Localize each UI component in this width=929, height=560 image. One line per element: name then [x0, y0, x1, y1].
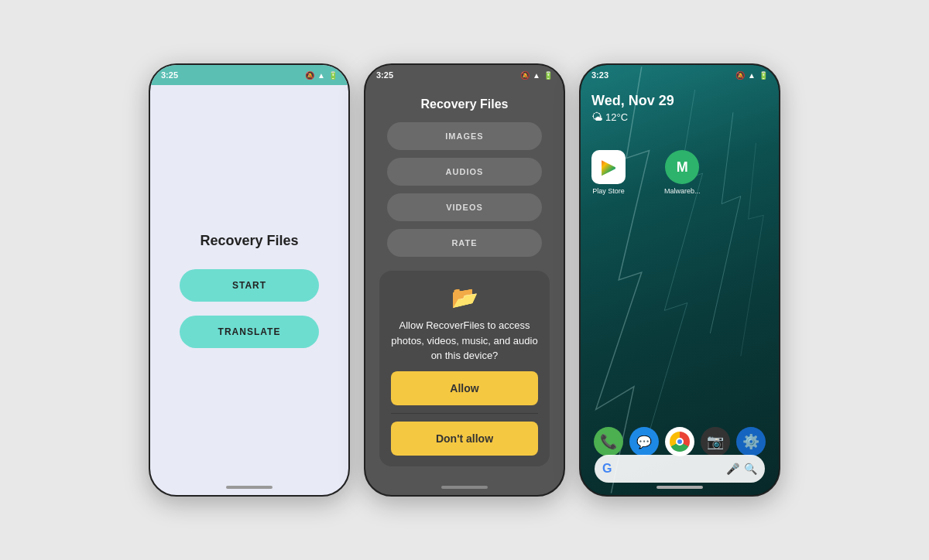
translate-button[interactable]: TRANSLATE — [180, 316, 319, 348]
lens-icon: 🔍 — [744, 463, 757, 475]
phone-1-title: Recovery Files — [200, 233, 298, 249]
mic-icon: 🎤 — [726, 463, 739, 475]
date-text: Wed, Nov 29 — [591, 93, 674, 109]
folder-icon: 📂 — [451, 285, 478, 310]
dont-allow-button[interactable]: Don't allow — [391, 422, 538, 456]
bottom-bar-1 — [226, 486, 273, 489]
bottom-bar-2 — [441, 486, 488, 489]
start-button[interactable]: START — [180, 269, 319, 302]
phone-2-body: Recovery Files IMAGES AUDIOS VIDEOS RATE… — [365, 85, 564, 495]
bottom-bar-3 — [656, 486, 703, 489]
dialog-divider — [391, 413, 538, 414]
malwarebytes-label: Malwareb... — [664, 187, 701, 195]
chrome-dock-icon[interactable] — [665, 427, 694, 456]
phone-3: 3:23 🔕 ▲ 🔋 Wed, Nov 29 🌤 12°C ▶ Play Sto… — [579, 63, 780, 497]
phone-1-body: Recovery Files START TRANSLATE — [150, 85, 348, 495]
status-icons-1: 🔕 ▲ 🔋 — [305, 71, 338, 80]
phone-dock-icon[interactable]: 📞 — [594, 427, 623, 456]
permission-dialog: 📂 Allow RecoverFiles to access photos, v… — [379, 271, 550, 466]
audios-button[interactable]: AUDIOS — [387, 158, 542, 186]
silent-icon-2: 🔕 — [520, 71, 530, 80]
phone-1-screen: 3:25 🔕 ▲ 🔋 Recovery Files START TRANSLAT… — [150, 65, 348, 495]
messages-dock-icon[interactable]: 💬 — [629, 427, 659, 456]
battery-icon-1: 🔋 — [328, 71, 338, 80]
google-search-bar[interactable]: G 🎤 🔍 — [595, 455, 765, 483]
wifi-icon-3: ▲ — [748, 71, 756, 80]
chrome-center — [676, 438, 684, 446]
dialog-message: Allow RecoverFiles to access photos, vid… — [390, 318, 539, 364]
rate-button[interactable]: RATE — [387, 229, 542, 257]
google-logo: G — [602, 462, 612, 476]
temperature-display: 🌤 12°C — [591, 111, 674, 123]
battery-icon-2: 🔋 — [543, 71, 553, 80]
malwarebytes-app[interactable]: M Malwareb... — [664, 150, 701, 195]
silent-icon-1: 🔕 — [305, 71, 314, 80]
app-icons-row: ▶ Play Store M Malwareb... — [591, 150, 701, 195]
status-bar-2: 3:25 🔕 ▲ 🔋 — [365, 65, 564, 85]
time-3: 3:23 — [591, 70, 608, 80]
time-2: 3:25 — [376, 70, 393, 80]
phone-2-screen: 3:25 🔕 ▲ 🔋 Recovery Files IMAGES AUDIOS … — [365, 65, 564, 495]
play-store-icon: ▶ — [591, 150, 626, 184]
wifi-icon-1: ▲ — [317, 71, 325, 80]
play-store-label: Play Store — [592, 187, 625, 195]
status-icons-2: 🔕 ▲ 🔋 — [520, 71, 553, 80]
battery-icon-3: 🔋 — [759, 71, 768, 80]
camera-dock-icon[interactable]: 📷 — [701, 427, 730, 456]
images-button[interactable]: IMAGES — [387, 122, 542, 150]
wifi-icon-2: ▲ — [533, 71, 540, 80]
status-icons-3: 🔕 ▲ 🔋 — [735, 71, 768, 80]
malwarebytes-icon: M — [665, 150, 699, 184]
settings-dock-icon[interactable]: ⚙️ — [736, 427, 766, 456]
date-display: Wed, Nov 29 🌤 12°C — [591, 93, 674, 123]
phone-1: 3:25 🔕 ▲ 🔋 Recovery Files START TRANSLAT… — [149, 63, 350, 497]
videos-button[interactable]: VIDEOS — [387, 193, 542, 221]
phone-3-screen: 3:23 🔕 ▲ 🔋 Wed, Nov 29 🌤 12°C ▶ Play Sto… — [581, 65, 779, 495]
play-store-app[interactable]: ▶ Play Store — [591, 150, 626, 195]
phone-2: 3:25 🔕 ▲ 🔋 Recovery Files IMAGES AUDIOS … — [364, 63, 565, 497]
temperature-text: 12°C — [605, 111, 628, 123]
silent-icon-3: 🔕 — [735, 71, 745, 80]
sun-icon: 🌤 — [591, 111, 602, 123]
status-bar-1: 3:25 🔕 ▲ 🔋 — [150, 65, 348, 85]
dock: 📞 💬 📷 ⚙️ — [594, 427, 766, 456]
status-bar-3: 3:23 🔕 ▲ 🔋 — [581, 65, 779, 85]
allow-button[interactable]: Allow — [391, 371, 538, 405]
chrome-ring — [670, 432, 690, 452]
time-1: 3:25 — [161, 70, 178, 80]
phone-2-title: Recovery Files — [421, 97, 509, 111]
